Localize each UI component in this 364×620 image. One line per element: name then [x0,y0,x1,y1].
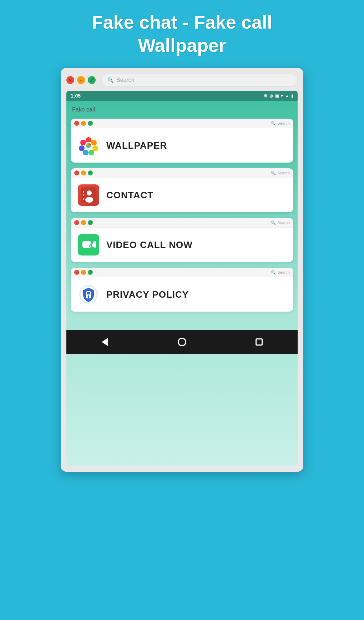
privacy-label: PRIVACY POLICY [106,289,189,300]
wallpaper-label: WALLPAPER [106,140,167,151]
videocall-icon [78,234,99,256]
card-search-icon: 🔍 [271,270,276,275]
svg-rect-16 [82,241,91,248]
card-search-icon: 🔍 [271,171,276,175]
svg-rect-22 [88,297,89,298]
card-close-icon: × [74,121,79,126]
browser-toolbar: × − 🔍 Search [66,74,298,86]
videocall-card-body: VIDEO CALL NOW [71,228,293,262]
phone-nav-bar [66,330,298,354]
card-maximize-icon [88,121,93,126]
svg-point-14 [85,197,93,203]
signal-wifi-icon: ▾ [281,94,283,98]
contact-card-body: CONTACT [71,178,293,212]
card-traffic-wallpaper: × − [74,121,93,126]
browser-window: × − 🔍 Search 1:05 ⚙ ◎ ▣ ▾ ▲ ▮ Fa [61,68,303,472]
card-close-icon: × [74,270,79,275]
card-close-icon: × [74,170,79,175]
videocall-card[interactable]: × − 🔍 Search [71,218,293,262]
wallpaper-icon [78,135,99,156]
page-content: Fake call × − 🔍 Search [66,101,298,323]
card-search-icon: 🔍 [271,121,276,126]
back-icon [102,338,108,346]
search-icon: 🔍 [107,77,113,83]
back-button[interactable] [100,337,110,347]
card-search-label: Search [277,171,290,175]
wallpaper-card[interactable]: × − 🔍 Search [71,119,293,163]
card-toolbar-contact: × − 🔍 Search [71,168,293,178]
card-search-label: Search [277,121,290,125]
card-toolbar-privacy: × − 🔍 Search [71,268,293,277]
wifi-icon: ◎ [269,94,273,98]
contact-label: CONTACT [106,190,153,201]
recents-button[interactable] [254,337,264,347]
minimize-button[interactable]: − [77,76,85,84]
privacy-card-body: PRIVACY POLICY [71,277,293,312]
status-icons: ⚙ ◎ ▣ ▾ ▲ ▮ [264,94,293,98]
card-traffic-contact: × − [74,170,93,175]
card-search-privacy: 🔍 Search [271,270,290,275]
card-search-label: Search [277,270,290,274]
close-button[interactable]: × [66,76,74,84]
phone-device: 1:05 ⚙ ◎ ▣ ▾ ▲ ▮ Fake call × − [66,91,298,466]
card-search-label: Search [277,220,290,225]
signal-bars-icon: ▲ [285,94,289,98]
svg-point-5 [79,145,85,151]
settings-icon: ⚙ [264,94,267,98]
status-bar: 1:05 ⚙ ◎ ▣ ▾ ▲ ▮ [66,91,298,101]
card-maximize-icon [88,170,93,175]
svg-point-4 [83,150,89,155]
battery-icon: ▮ [291,94,293,98]
svg-point-13 [87,190,92,195]
card-maximize-icon [88,270,93,275]
svg-rect-12 [83,198,84,200]
maximize-button[interactable] [88,76,96,84]
card-close-icon: × [74,220,79,225]
card-minimize-icon: − [81,170,86,175]
home-icon [178,338,186,346]
app-title: Fake chat - Fake call Wallpaper [92,11,272,57]
card-minimize-icon: − [81,121,86,126]
card-search-icon: 🔍 [271,220,276,225]
card-traffic-privacy: × − [74,270,93,275]
svg-rect-11 [83,194,84,196]
card-minimize-icon: − [81,270,86,275]
card-search-contact: 🔍 Search [271,171,290,175]
privacy-card[interactable]: × − 🔍 Search [71,268,293,312]
videocall-label: VIDEO CALL NOW [106,239,193,251]
privacy-icon [78,284,99,305]
sim-icon: ▣ [275,94,279,98]
search-bar[interactable]: 🔍 Search [101,74,298,86]
svg-point-3 [89,150,94,155]
card-search-videocall: 🔍 Search [271,220,290,225]
home-button[interactable] [177,337,187,347]
card-search-wallpaper: 🔍 Search [271,121,290,126]
contact-icon [78,184,99,206]
status-time: 1:05 [71,93,264,99]
svg-rect-10 [83,191,84,193]
traffic-lights: × − [66,76,96,84]
search-placeholder: Search [116,77,135,83]
page-label: Fake call [71,106,293,113]
contact-card[interactable]: × − 🔍 Search [71,168,293,212]
recents-icon [256,338,263,346]
card-toolbar-videocall: × − 🔍 Search [71,218,293,228]
wallpaper-card-body: WALLPAPER [71,128,293,163]
svg-point-2 [92,145,98,151]
card-traffic-videocall: × − [74,220,93,225]
card-minimize-icon: − [81,220,86,225]
card-toolbar-wallpaper: × − 🔍 Search [71,119,293,128]
card-maximize-icon [88,220,93,225]
